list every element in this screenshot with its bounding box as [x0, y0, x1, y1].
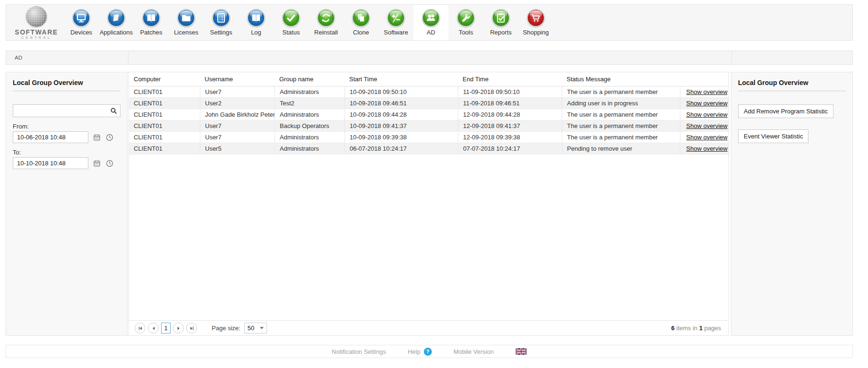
notification-settings-link[interactable]: Notification Settings [332, 348, 386, 355]
cell-start-time: 10-09-2018 09:44:28 [344, 109, 458, 120]
cell-group-name: Test2 [275, 98, 344, 109]
table-row[interactable]: CLIENT01 User5 Administrators 06-07-2018… [129, 143, 729, 154]
toolbar-item-clone[interactable]: Clone [344, 5, 378, 40]
toolbar-item-label: Software [384, 29, 408, 36]
toolbar-item-shopping[interactable]: Shopping [518, 5, 553, 40]
toolbar-item-patches[interactable]: Patches [134, 5, 169, 40]
show-overview-link[interactable]: Show overview [686, 134, 727, 141]
toolbar-item-tools[interactable]: Tools [448, 5, 483, 40]
to-date-input[interactable] [13, 157, 88, 169]
cell-group-name: Administrators [275, 109, 344, 120]
toolbar-item-label: Devices [70, 29, 92, 36]
cell-status-message: The user is a permanent member [562, 86, 680, 97]
next-page-button[interactable] [173, 323, 184, 334]
column-header-group-name[interactable]: Group name [275, 76, 344, 83]
uk-flag-icon[interactable] [516, 348, 527, 355]
cell-status-message: The user is a permanent member [562, 132, 680, 143]
toolbar-item-applications[interactable]: Applications [99, 5, 134, 40]
help-link[interactable]: Help ? [408, 348, 432, 356]
toolbar-item-label: AD [427, 29, 435, 36]
filter-panel: Local Group Overview From: To: [6, 72, 128, 336]
toolbar-item-licenses[interactable]: Licenses [169, 5, 204, 40]
search-input[interactable] [13, 104, 120, 117]
page-size-value: 50 [248, 325, 254, 332]
table-row[interactable]: CLIENT01 User7 Administrators 10-09-2018… [129, 86, 729, 98]
table-header-row: Computer Username Group name Start Time … [129, 72, 729, 86]
logo-text-bottom: CENTRAL [21, 36, 52, 39]
cell-group-name: Backup Operators [275, 120, 344, 131]
cell-username: User2 [200, 98, 275, 109]
toolbar-item-label: Log [251, 29, 261, 36]
calendar-icon[interactable] [93, 159, 101, 168]
open-book-icon [247, 9, 265, 27]
calendar-icon[interactable] [93, 133, 101, 142]
column-header-status-message[interactable]: Status Message [562, 76, 680, 83]
event-viewer-statistic-button[interactable]: Event Viewer Statistic [738, 129, 808, 143]
table-row[interactable]: CLIENT01 User7 Backup Operators 10-09-20… [129, 120, 729, 132]
toolbar-item-ad[interactable]: AD [413, 5, 448, 40]
toolbar-item-status[interactable]: Status [274, 5, 309, 40]
toolbar-item-software[interactable]: Software [378, 5, 413, 40]
show-overview-link[interactable]: Show overview [686, 145, 727, 152]
cell-username: User7 [200, 86, 275, 97]
toolbar-item-settings[interactable]: Settings [204, 5, 239, 40]
column-header-start-time[interactable]: Start Time [344, 76, 458, 83]
table-row[interactable]: CLIENT01 John Gade Birkholz Petersen Adm… [129, 109, 729, 120]
add-remove-program-statistic-button[interactable]: Add Remove Program Statistic [738, 104, 834, 118]
cell-username: User5 [200, 143, 275, 154]
previous-page-button[interactable] [148, 323, 159, 334]
table-row[interactable]: CLIENT01 User7 Administrators 10-09-2018… [129, 132, 729, 143]
cell-computer: CLIENT01 [129, 120, 200, 131]
clock-icon[interactable] [105, 159, 114, 168]
page-size-select[interactable]: 50 [244, 323, 267, 334]
first-page-button[interactable] [135, 323, 146, 334]
toolbar-item-label: Patches [140, 29, 163, 36]
toolbar-item-devices[interactable]: Devices [64, 5, 99, 40]
page-size-label: Page size: [212, 325, 241, 332]
breadcrumb: AD [6, 51, 853, 65]
show-overview-link[interactable]: Show overview [686, 111, 727, 118]
panel-title: Local Group Overview [738, 79, 846, 91]
softwarecentral-logo[interactable]: SOFTWARE CENTRAL [9, 5, 64, 40]
cell-end-time: 11-09-2018 09:50:10 [458, 86, 562, 97]
toolbar-item-log[interactable]: Log [239, 5, 274, 40]
sphere-logo-icon [26, 6, 47, 27]
mobile-version-link[interactable]: Mobile Version [454, 348, 494, 355]
show-overview-link[interactable]: Show overview [686, 100, 727, 107]
column-header-computer[interactable]: Computer [129, 76, 200, 83]
search-icon[interactable] [110, 107, 118, 115]
clock-icon[interactable] [105, 133, 114, 142]
cell-status-message: Adding user is in progress [562, 98, 680, 109]
toolbar-item-reports[interactable]: Reports [483, 5, 518, 40]
checklist-icon [212, 9, 230, 27]
cell-end-time: 07-07-2018 10:24:17 [458, 143, 562, 154]
show-overview-link[interactable]: Show overview [686, 88, 727, 95]
items-summary: 6 items in 1 pages [671, 325, 723, 332]
cell-group-name: Administrators [275, 143, 344, 154]
pagination-bar: 1 Page size: 50 6 items in 1 pages [129, 320, 729, 335]
cell-group-name: Administrators [275, 132, 344, 143]
pages-count: 1 [699, 325, 703, 332]
last-page-button[interactable] [186, 323, 197, 334]
current-page-indicator[interactable]: 1 [161, 323, 171, 334]
cell-end-time: 12-09-2018 09:41:37 [458, 120, 562, 131]
from-date-input[interactable] [13, 131, 88, 143]
column-header-end-time[interactable]: End Time [458, 76, 562, 83]
cell-end-time: 11-09-2018 09:46:51 [458, 98, 562, 109]
local-group-overview-table: Computer Username Group name Start Time … [129, 72, 729, 336]
help-label: Help [408, 348, 421, 355]
show-overview-link[interactable]: Show overview [686, 122, 727, 129]
cell-group-name: Administrators [275, 86, 344, 97]
items-text: items in [676, 325, 697, 332]
column-header-username[interactable]: Username [200, 76, 275, 83]
cell-start-time: 10-09-2018 09:50:10 [344, 86, 458, 97]
toolbar-item-label: Shopping [523, 29, 549, 36]
copy-pages-icon [352, 9, 370, 27]
table-row[interactable]: CLIENT01 User2 Test2 10-09-2018 09:46:51… [129, 98, 729, 109]
cell-username: User7 [200, 120, 275, 131]
cell-computer: CLIENT01 [129, 98, 200, 109]
toolbar-item-label: Settings [210, 29, 232, 36]
cart-icon [527, 9, 545, 27]
toolbar-item-reinstall[interactable]: Reinstall [309, 5, 344, 40]
table-empty-area [129, 154, 729, 320]
